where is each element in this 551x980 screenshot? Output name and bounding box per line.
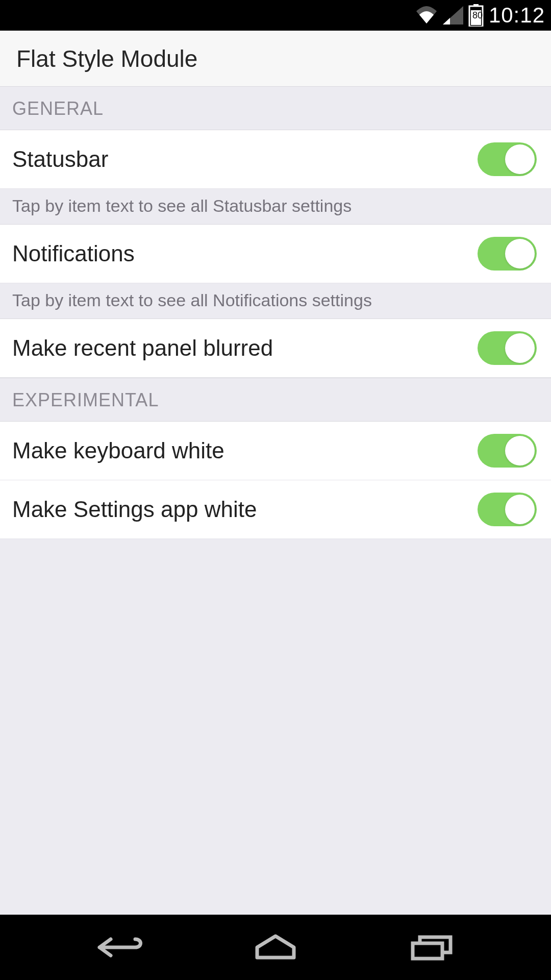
- nav-back-button[interactable]: [78, 927, 160, 968]
- nav-recents-button[interactable]: [391, 927, 473, 968]
- android-nav-bar: [0, 915, 551, 980]
- wifi-icon: [415, 6, 438, 24]
- toggle-recent-blur[interactable]: [478, 331, 537, 365]
- section-header-general: GENERAL: [0, 87, 551, 130]
- setting-label-keyboard-white: Make keyboard white: [12, 438, 224, 463]
- setting-label-settings-white: Make Settings app white: [12, 497, 257, 522]
- section-header-experimental: EXPERIMENTAL: [0, 378, 551, 422]
- toggle-thumb: [505, 436, 535, 465]
- setting-label-statusbar: Statusbar: [12, 146, 108, 172]
- app-title: Flat Style Module: [16, 45, 197, 72]
- toggle-thumb: [505, 239, 535, 268]
- status-icons: 80 10:12: [415, 3, 545, 28]
- svg-rect-3: [413, 943, 442, 959]
- app-bar: Flat Style Module: [0, 31, 551, 87]
- setting-recent-blur[interactable]: Make recent panel blurred: [0, 319, 551, 378]
- setting-label-notifications: Notifications: [12, 241, 135, 266]
- toggle-settings-white[interactable]: [478, 493, 537, 526]
- setting-label-recent-blur: Make recent panel blurred: [12, 335, 273, 361]
- setting-notifications[interactable]: Notifications: [0, 225, 551, 283]
- toggle-keyboard-white[interactable]: [478, 434, 537, 468]
- setting-keyboard-white[interactable]: Make keyboard white: [0, 422, 551, 480]
- cell-signal-icon: [443, 6, 463, 24]
- hint-statusbar: Tap by item text to see all Statusbar se…: [0, 189, 551, 225]
- settings-content: GENERAL Statusbar Tap by item text to se…: [0, 87, 551, 539]
- toggle-thumb: [505, 495, 535, 524]
- toggle-notifications[interactable]: [478, 237, 537, 271]
- nav-home-button[interactable]: [235, 927, 316, 968]
- toggle-thumb: [505, 144, 535, 174]
- setting-settings-white[interactable]: Make Settings app white: [0, 480, 551, 539]
- battery-percentage: 80: [472, 10, 483, 21]
- status-clock: 10:12: [489, 3, 545, 28]
- hint-notifications: Tap by item text to see all Notification…: [0, 283, 551, 319]
- toggle-thumb: [505, 333, 535, 363]
- toggle-statusbar[interactable]: [478, 142, 537, 176]
- android-status-bar: 80 10:12: [0, 0, 551, 31]
- battery-icon: 80: [468, 4, 484, 27]
- setting-statusbar[interactable]: Statusbar: [0, 130, 551, 189]
